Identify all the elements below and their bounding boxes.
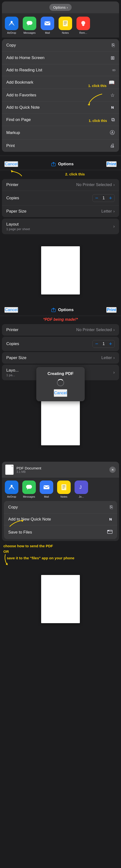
add-reading-list-action[interactable]: Add to Reading List ○○ [2,64,119,76]
pdf-share-notes[interactable]: Notes [57,480,71,498]
options-bar[interactable]: Options › [2,1,119,13]
svg-text:J: J [79,485,81,490]
printer-value: No Printer Selected › [76,182,115,187]
layout-sublabel: 1 page per sheet [6,227,30,231]
add-new-quick-note-icon: 𝗡 [108,517,113,522]
copies-increase[interactable]: + [109,195,112,201]
markup-icon: Ⓐ [110,129,115,136]
svg-point-0 [11,21,13,23]
pdf-copy-action[interactable]: Copy ⎘ [4,501,117,514]
creating-pdf-header: Cancel Options Print [0,304,121,316]
svg-point-14 [11,485,13,487]
copies-decrease[interactable]: − [95,195,98,201]
white-page-preview [41,246,80,294]
print-action[interactable]: Print 🖨 [2,140,119,152]
find-on-page-label: Find on Page [6,117,31,122]
svg-rect-1 [27,21,32,25]
messages-label: Messages [23,31,35,34]
creating-pdf-dialog: Creating PDF Cancel [36,367,85,401]
share-icon-messages[interactable]: Messages [22,17,37,34]
white-page-2 [41,397,80,445]
final-annotation-section: choose how to send the PDF OR save it to… [0,541,121,560]
share-icon-reminders[interactable]: Rem... [76,17,91,34]
layout-option[interactable]: Layout 1 page per sheet › [2,219,119,234]
share-actions-list: Copy ⎘ Add to Home Screen ⊞ Add to Readi… [2,39,119,152]
printer-option[interactable]: Printer No Printer Selected › [2,179,119,191]
save-annotation: save it to the "files" app on your phone [3,555,118,560]
or-annotation: OR [3,550,118,554]
pdf-airdrop-label: AirDrop [7,495,16,498]
pdf-copy-label: Copy [8,505,18,510]
reminders-label: Rem... [79,31,87,34]
pdf-share-icons-row: AirDrop Messages Mail Notes [2,477,119,501]
printer-label: Printer [6,182,18,187]
printer-row-2[interactable]: Printer No Printer Selected › [2,324,119,336]
pdf-title: PDF Document [17,466,106,470]
pdf-close-button[interactable]: ✕ [110,467,116,473]
pdf-header-bar: PDF Document 3.1 MB ✕ [2,462,119,477]
copies-label-2: Copies [6,341,19,346]
svg-marker-12 [11,170,13,173]
add-quick-note-action[interactable]: Add to Quick Note 𝗡 [2,102,119,114]
pdf-mail-label: Mail [44,495,49,498]
creating-pdf-print-btn[interactable]: Print [106,307,117,313]
pdf-share-airdrop[interactable]: AirDrop [4,480,19,498]
layout-sublabel-2: 1 pa... [6,373,19,377]
add-home-screen-label: Add to Home Screen [6,55,45,60]
annotation-step1-label: 1. click this [88,84,106,88]
options-button[interactable]: Options › [49,4,72,11]
paper-row-2[interactable]: Paper Size Letter › [2,352,119,364]
svg-rect-15 [26,485,32,489]
print-header-title: Options [51,161,74,167]
copies-value-2: 1 [101,341,106,346]
add-favorites-icon: ☆ [110,92,115,98]
pdf-messages-label: Messages [23,495,35,498]
paper-value-2: Letter › [101,355,115,360]
markup-action[interactable]: Markup Ⓐ 1. click this [2,126,119,140]
pdf-being-made-note: *PDF being made!* [0,316,121,323]
copies-stepper-2: − 1 + [93,340,115,348]
final-annotation-arrow1 [2,517,41,529]
copy-action[interactable]: Copy ⎘ [2,39,119,52]
share-icon-airdrop[interactable]: AirDrop [4,17,19,34]
creating-pdf-dialog-title: Creating PDF [47,371,74,376]
pdf-share-mail[interactable]: Mail [39,480,54,498]
layout-chevron-2: › [113,370,115,375]
pdf-share-joby[interactable]: J Jo... [74,480,89,498]
creating-pdf-dialog-cancel[interactable]: Cancel [54,389,68,397]
print-options-section: Cancel Options Print 2. click this Print… [0,156,121,304]
final-annotation-arrow2 [0,553,15,565]
svg-rect-9 [82,25,84,26]
spinner [57,379,64,386]
creating-pdf-paper: Paper Size Letter › [2,352,119,364]
share-icon-mail[interactable]: Mail [40,17,55,34]
share-icon-notes[interactable]: Notes [58,17,73,34]
copies-row-2: Copies − 1 + [2,337,119,351]
layout-label-2: Layo... [6,368,19,373]
creating-pdf-cancel-btn[interactable]: Cancel [4,307,18,313]
copies-increase-2[interactable]: + [109,341,112,346]
pdf-info: PDF Document 3.1 MB [17,466,106,473]
creating-pdf-layout-area: Layo... 1 pa... › Creating PDF Cancel [2,365,119,380]
pdf-note-text: *PDF being made!* [43,315,78,322]
add-favorites-action[interactable]: Add to Favorites ☆ [2,89,119,102]
creating-pdf-printer-row: Printer No Printer Selected › [2,324,119,336]
print-print-button[interactable]: Print [106,161,117,167]
paper-chevron-2: › [113,355,115,360]
choose-annotation: choose how to send the PDF [3,544,118,549]
markup-label: Markup [6,130,20,135]
page-preview-area [0,237,121,304]
pdf-share-messages[interactable]: Messages [22,480,36,498]
paper-size-chevron: › [113,209,115,214]
copies-decrease-2[interactable]: − [95,341,98,346]
print-cancel-button[interactable]: Cancel [4,161,18,167]
paper-size-option[interactable]: Paper Size Letter › [2,206,119,217]
save-to-files-label: Save to Files [8,530,32,535]
add-bookmark-label: Add Bookmark [6,80,33,85]
add-home-screen-action[interactable]: Add to Home Screen ⊞ [2,52,119,64]
print-label: Print [6,144,15,148]
copy-label: Copy [6,43,16,48]
printer-chevron-2: › [113,328,115,332]
printer-chevron: › [113,182,115,187]
add-quick-note-label: Add to Quick Note [6,105,40,110]
